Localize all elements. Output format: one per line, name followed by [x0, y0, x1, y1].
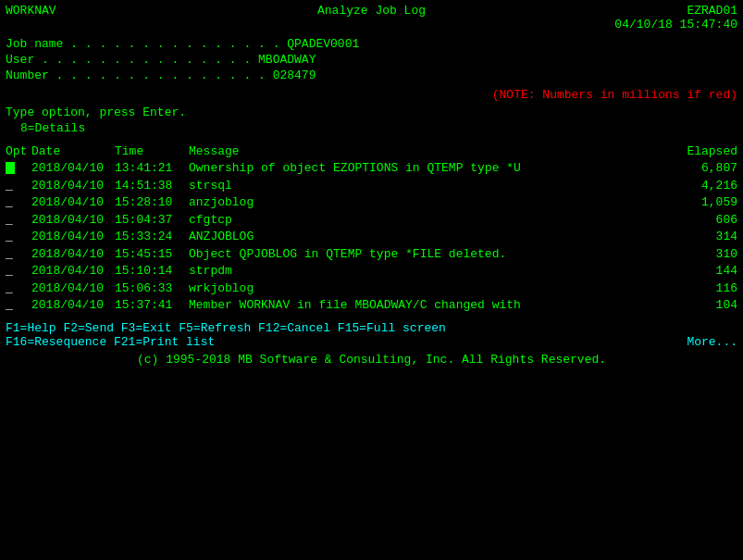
row-elapsed-7: 116 [673, 280, 737, 297]
row-date-0: 2018/04/10 [31, 160, 115, 177]
system-name: EZRAD01 [687, 4, 737, 18]
copyright-row: (c) 1995-2018 MB Software & Consulting, … [6, 353, 737, 367]
row-elapsed-1: 4,216 [673, 178, 737, 194]
header-bar: WORKNAV Analyze Job Log EZRAD01 [6, 4, 737, 18]
col-header-date: Date [31, 144, 115, 158]
note-text: (NOTE: Numbers in millions if red) [492, 88, 737, 102]
row-time-6: 15:10:14 [115, 263, 189, 280]
col-header-message: Message [189, 144, 673, 158]
row-opt-3[interactable]: _ [6, 212, 31, 229]
row-opt-2[interactable]: _ [6, 194, 31, 211]
table-row: _ 2018/04/10 14:51:38 strsql 4,216 [6, 178, 737, 194]
screen-container: WORKNAV Analyze Job Log EZRAD01 04/10/18… [6, 4, 737, 367]
app-name: WORKNAV [6, 4, 56, 18]
table-row: _ 2018/04/10 15:45:15 Object QPJOBLOG in… [6, 246, 737, 263]
row-time-3: 15:04:37 [115, 212, 189, 229]
table-row: _ 2018/04/10 15:06:33 wrkjoblog 116 [6, 280, 737, 297]
table-row: 2018/04/10 13:41:21 Ownership of object … [6, 160, 737, 177]
row-opt-6[interactable]: _ [6, 263, 31, 280]
option-8-row: 8=Details [20, 121, 737, 135]
fkey-row1-text: F1=Help F2=Send F3=Exit F5=Refresh F12=C… [6, 321, 446, 335]
instruction-text: Type option, press Enter. [6, 106, 186, 119]
table-row: _ 2018/04/10 15:10:14 strpdm 144 [6, 263, 737, 280]
datetime-row: 04/10/18 15:47:40 [6, 18, 737, 31]
user-label: User . . . . . . . . . . . . . . . [6, 53, 258, 67]
row-message-0: Ownership of object EZOPTIONS in QTEMP t… [189, 160, 673, 177]
row-elapsed-3: 606 [673, 212, 737, 229]
time-value: 15:47:40 [680, 18, 737, 31]
fkey-row2-left: F16=Resequence F21=Print list [6, 335, 215, 349]
row-elapsed-4: 314 [673, 229, 737, 245]
number-value: 028479 [273, 68, 316, 82]
screen-title: Analyze Job Log [56, 4, 687, 18]
row-time-5: 15:45:15 [115, 246, 189, 263]
row-opt-7[interactable]: _ [6, 280, 31, 297]
row-message-3: cfgtcp [189, 212, 673, 229]
row-date-6: 2018/04/10 [31, 263, 115, 280]
cursor-block [6, 162, 15, 174]
row-message-5: Object QPJOBLOG in QTEMP type *FILE dele… [189, 246, 673, 263]
instruction-row: Type option, press Enter. [6, 106, 737, 119]
table-row: _ 2018/04/10 15:04:37 cfgtcp 606 [6, 212, 737, 229]
table-row: _ 2018/04/10 15:37:41 Member WORKNAV in … [6, 297, 737, 314]
row-message-6: strpdm [189, 263, 673, 280]
row-date-2: 2018/04/10 [31, 194, 115, 211]
row-elapsed-5: 310 [673, 246, 737, 263]
row-time-1: 14:51:38 [115, 178, 189, 194]
row-opt-5[interactable]: _ [6, 246, 31, 263]
fkey-row1: F1=Help F2=Send F3=Exit F5=Refresh F12=C… [6, 321, 737, 335]
user-row: User . . . . . . . . . . . . . . . MBOAD… [6, 53, 737, 67]
copyright-text: (c) 1995-2018 MB Software & Consulting, … [137, 353, 606, 367]
row-time-4: 15:33:24 [115, 229, 189, 245]
table-header: Opt Date Time Message Elapsed [6, 144, 737, 158]
row-date-5: 2018/04/10 [31, 246, 115, 263]
row-opt-1[interactable]: _ [6, 178, 31, 194]
row-opt-8[interactable]: _ [6, 297, 31, 314]
row-elapsed-6: 144 [673, 263, 737, 280]
row-time-7: 15:06:33 [115, 280, 189, 297]
row-message-4: ANZJOBLOG [189, 229, 673, 245]
row-time-0: 13:41:21 [115, 160, 189, 177]
row-elapsed-0: 6,807 [673, 160, 737, 177]
table-row: _ 2018/04/10 15:28:10 anzjoblog 1,059 [6, 194, 737, 211]
row-time-8: 15:37:41 [115, 297, 189, 314]
row-time-2: 15:28:10 [115, 194, 189, 211]
row-message-1: strsql [189, 178, 673, 194]
row-date-3: 2018/04/10 [31, 212, 115, 229]
row-date-8: 2018/04/10 [31, 297, 115, 314]
number-label: Number . . . . . . . . . . . . . . . [6, 68, 273, 82]
job-name-value: QPADEV0001 [287, 37, 359, 51]
table-row: _ 2018/04/10 15:33:24 ANZJOBLOG 314 [6, 229, 737, 245]
job-name-row: Job name . . . . . . . . . . . . . . . Q… [6, 37, 737, 51]
date-display: 04/10/18 [614, 18, 672, 31]
table-body: 2018/04/10 13:41:21 Ownership of object … [6, 160, 737, 314]
row-elapsed-8: 104 [673, 297, 737, 314]
user-value: MBOADWAY [258, 53, 316, 67]
note-row: (NOTE: Numbers in millions if red) [6, 88, 737, 102]
row-date-7: 2018/04/10 [31, 280, 115, 297]
row-opt-0[interactable] [6, 160, 31, 177]
row-message-7: wrkjoblog [189, 280, 673, 297]
fkey-row2-right: More... [687, 335, 737, 349]
number-row: Number . . . . . . . . . . . . . . . 028… [6, 68, 737, 82]
row-message-2: anzjoblog [189, 194, 673, 211]
col-header-time: Time [115, 144, 189, 158]
option-8-label: 8=Details [20, 121, 85, 135]
row-opt-4[interactable]: _ [6, 229, 31, 245]
fkey-row2: F16=Resequence F21=Print list More... [6, 335, 737, 349]
row-date-1: 2018/04/10 [31, 178, 115, 194]
row-date-4: 2018/04/10 [31, 229, 115, 245]
row-elapsed-2: 1,059 [673, 194, 737, 211]
row-message-8: Member WORKNAV in file MBOADWAY/C change… [189, 297, 673, 314]
job-info-section: Job name . . . . . . . . . . . . . . . Q… [6, 37, 737, 82]
job-name-label: Job name . . . . . . . . . . . . . . . [6, 37, 287, 51]
col-header-elapsed: Elapsed [673, 144, 737, 158]
col-header-opt: Opt [6, 144, 31, 158]
